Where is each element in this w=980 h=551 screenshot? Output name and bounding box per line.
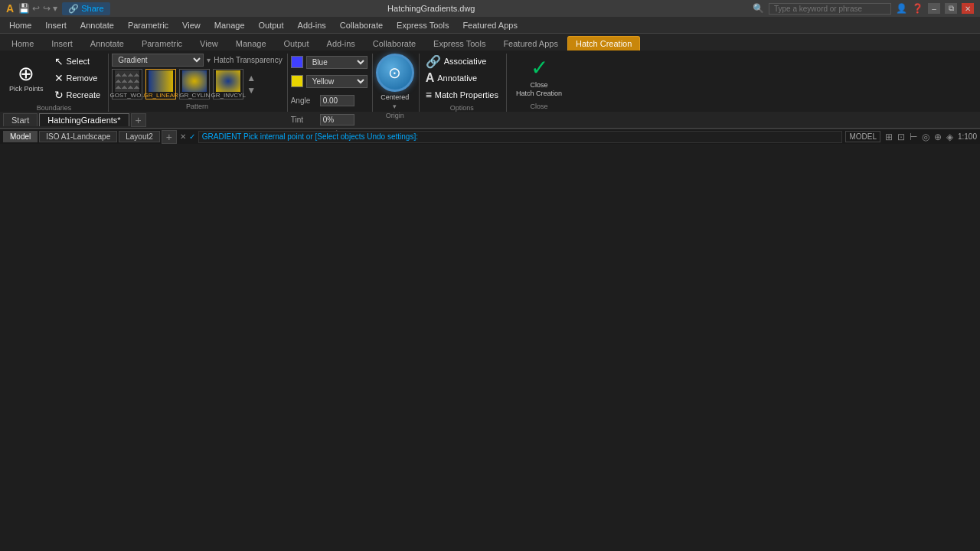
gradient-select[interactable]: Gradient bbox=[112, 54, 204, 67]
color1-select[interactable]: Blue bbox=[306, 56, 368, 69]
share-btn[interactable]: 🔗 Share bbox=[62, 2, 109, 15]
tab-layout1[interactable]: ISO A1-Landscape bbox=[39, 131, 117, 142]
tab-model[interactable]: Model bbox=[3, 131, 38, 142]
polar-icon[interactable]: ◎ bbox=[922, 132, 929, 142]
prop-color2-row: Yellow bbox=[291, 73, 368, 90]
tint-input[interactable] bbox=[320, 114, 354, 126]
properties-content: Blue Yellow Angle Tint bbox=[291, 54, 368, 128]
menu-view[interactable]: View bbox=[176, 19, 207, 31]
select-icon: ↖ bbox=[54, 55, 64, 67]
associative-btn[interactable]: 🔗 Associative bbox=[423, 54, 490, 69]
annotative-btn[interactable]: A Annotative bbox=[423, 70, 481, 86]
select-btn[interactable]: ↖ Select bbox=[51, 54, 104, 69]
menu-home[interactable]: Home bbox=[3, 19, 38, 31]
tab-manage[interactable]: Manage bbox=[227, 36, 275, 51]
tab-annotate[interactable]: Annotate bbox=[82, 36, 132, 51]
centered-btn[interactable]: ⊙ bbox=[376, 54, 414, 92]
window-title: HatchingGradients.dwg bbox=[387, 4, 475, 13]
origin-content: ⊙ Centered ▾ bbox=[376, 54, 414, 110]
add-tab-btn[interactable]: + bbox=[131, 113, 146, 127]
tab-home[interactable]: Home bbox=[3, 36, 42, 51]
recreate-btn[interactable]: ↻ Recreate bbox=[51, 87, 104, 103]
tab-bar: Start HatchingGradients* + bbox=[0, 112, 980, 129]
tint-label: Tint bbox=[291, 116, 317, 124]
boundary-small-btns: ↖ Select ✕ Remove ↻ Recreate bbox=[51, 54, 104, 103]
scroll-down-icon[interactable]: ▼ bbox=[247, 85, 256, 96]
menu-featured[interactable]: Featured Apps bbox=[456, 19, 524, 31]
boundaries-label: Boundaries bbox=[5, 103, 103, 113]
color2-select[interactable]: Yellow bbox=[306, 75, 368, 88]
tab-layout2[interactable]: Layout2 bbox=[119, 131, 160, 142]
remove-icon: ✕ bbox=[54, 72, 64, 84]
snap-icon[interactable]: ⊡ bbox=[897, 132, 905, 142]
close-hatch-btn[interactable]: ✓ Close Hatch Creation bbox=[510, 54, 568, 101]
ribbon-tabs: Home Insert Annotate Parametric View Man… bbox=[0, 34, 980, 51]
command-input[interactable] bbox=[198, 131, 843, 143]
match-properties-btn[interactable]: ≡ Match Properties bbox=[423, 87, 501, 103]
menu-parametric[interactable]: Parametric bbox=[122, 19, 175, 31]
boundaries-group: ⊕ Pick Points ↖ Select ✕ Remove ↻ Recrea… bbox=[3, 54, 109, 112]
menu-insert[interactable]: Insert bbox=[39, 19, 73, 31]
help-icon[interactable]: ❓ bbox=[912, 3, 923, 14]
tab-hatch-creation[interactable]: Hatch Creation bbox=[567, 36, 640, 51]
model-tabs: Model ISO A1-Landscape Layout2 + bbox=[3, 130, 177, 144]
search-input[interactable] bbox=[769, 3, 891, 15]
select-label: Select bbox=[67, 57, 90, 66]
tab-view[interactable]: View bbox=[191, 36, 227, 51]
prop-angle-row: Angle bbox=[291, 92, 354, 109]
menu-addins[interactable]: Add-ins bbox=[292, 19, 332, 31]
menu-express[interactable]: Express Tools bbox=[390, 19, 455, 31]
tab-express[interactable]: Express Tools bbox=[425, 36, 494, 51]
match-props-icon: ≡ bbox=[426, 89, 432, 101]
origin-arrow[interactable]: ▾ bbox=[393, 103, 397, 110]
scroll-up-icon[interactable]: ▲ bbox=[247, 73, 256, 83]
pattern-cylin[interactable]: GR_CYLIN bbox=[179, 69, 210, 99]
tab-parametric[interactable]: Parametric bbox=[133, 36, 191, 51]
associative-icon: 🔗 bbox=[426, 54, 441, 69]
pattern-scroll: ▲ ▼ bbox=[247, 73, 256, 96]
menu-collaborate[interactable]: Collaborate bbox=[334, 19, 389, 31]
scale-label: 1:100 bbox=[958, 132, 977, 141]
menu-output[interactable]: Output bbox=[253, 19, 290, 31]
status-model-label: MODEL bbox=[845, 131, 880, 142]
command-prefix-icon: ✕ bbox=[180, 132, 186, 141]
grid-icon[interactable]: ⊞ bbox=[885, 132, 893, 142]
close-window-btn[interactable]: ✕ bbox=[962, 3, 974, 14]
3d-icon[interactable]: ◈ bbox=[946, 132, 953, 142]
menu-annotate[interactable]: Annotate bbox=[74, 19, 120, 31]
pattern-linear-label: GR_LINEAR bbox=[144, 92, 178, 99]
remove-btn[interactable]: ✕ Remove bbox=[51, 70, 104, 86]
pick-points-btn[interactable]: ⊕ Pick Points bbox=[5, 62, 48, 95]
pattern-invcyl[interactable]: GR_INVCYL bbox=[213, 69, 243, 99]
match-properties-label: Match Properties bbox=[435, 90, 498, 99]
color1-swatch[interactable] bbox=[291, 56, 303, 68]
menu-manage[interactable]: Manage bbox=[208, 19, 251, 31]
tab-document[interactable]: HatchingGradients* bbox=[39, 113, 129, 126]
tab-start[interactable]: Start bbox=[3, 113, 38, 126]
pattern-invcyl-label: GR_INVCYL bbox=[211, 92, 246, 99]
color2-swatch[interactable] bbox=[291, 75, 303, 87]
pattern-linear[interactable]: GR_LINEAR bbox=[145, 69, 176, 99]
pattern-group: Gradient ▾ Hatch Transparency GOST_WO.. … bbox=[110, 54, 288, 112]
pattern-thumbnails: GOST_WO.. GR_LINEAR GR_CYLIN GR_INVCYL ▲… bbox=[112, 69, 256, 99]
tab-addins[interactable]: Add-ins bbox=[318, 36, 364, 51]
tab-collaborate[interactable]: Collaborate bbox=[364, 36, 424, 51]
minimize-btn[interactable]: – bbox=[928, 3, 940, 14]
tab-insert[interactable]: Insert bbox=[43, 36, 81, 51]
gradient-dropdown-arrow: ▾ bbox=[207, 56, 211, 64]
options-group: 🔗 Associative A Annotative ≡ Match Prope… bbox=[421, 54, 507, 112]
tab-featured[interactable]: Featured Apps bbox=[495, 36, 567, 51]
restore-btn[interactable]: ⧉ bbox=[945, 3, 957, 14]
osnap-icon[interactable]: ⊕ bbox=[934, 132, 942, 142]
centered-icon: ⊙ bbox=[388, 64, 401, 82]
pattern-gost[interactable]: GOST_WO.. bbox=[112, 69, 142, 99]
pattern-label: Pattern bbox=[112, 101, 283, 112]
add-layout-btn[interactable]: + bbox=[162, 130, 177, 144]
tab-output[interactable]: Output bbox=[276, 36, 318, 51]
origin-label: Origin bbox=[376, 110, 414, 121]
ribbon-content: ⊕ Pick Points ↖ Select ✕ Remove ↻ Recrea… bbox=[0, 51, 980, 112]
angle-input[interactable] bbox=[320, 95, 354, 106]
ortho-icon[interactable]: ⊢ bbox=[910, 132, 917, 142]
user-icon[interactable]: 👤 bbox=[896, 3, 907, 14]
status-icons: MODEL ⊞ ⊡ ⊢ ◎ ⊕ ◈ 1:100 bbox=[845, 131, 977, 142]
